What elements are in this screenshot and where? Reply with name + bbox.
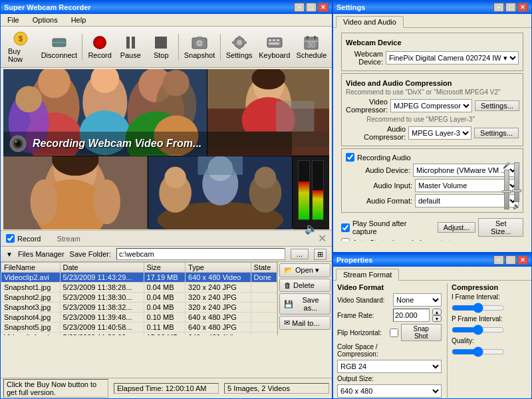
maximize-button[interactable]: □ (306, 3, 317, 12)
flip-h-group: Flip Horizontal: Snap Shot (337, 324, 442, 341)
delete-button[interactable]: 🗑 Delete (279, 279, 331, 292)
properties-tab-bar: Stream Format (333, 267, 531, 281)
settings-button[interactable]: Settings (223, 33, 255, 61)
open-button[interactable]: 📂 Open ▾ (279, 263, 331, 277)
properties-title-buttons: − □ ✕ (493, 255, 528, 265)
play-sound-checkbox[interactable] (341, 223, 350, 232)
slider-track-2 (514, 162, 519, 202)
properties-maximize[interactable]: □ (505, 255, 516, 265)
snap-shot-btn[interactable]: Snap Shot (401, 324, 442, 341)
table-row[interactable]: Snapshot4.jpg5/23/2009 11:39:48...0.10 M… (1, 313, 277, 323)
table-row[interactable]: Snapshot2.jpg5/23/2009 11:38:30...0.04 M… (1, 293, 277, 303)
recording-text: Recording Webcam Video From... (33, 138, 201, 150)
record-button[interactable]: Record (85, 33, 114, 61)
recording-audio-section: Recording Audio Audio Device: Microphone… (341, 148, 523, 213)
keyboard-button[interactable]: Keyboard (257, 33, 293, 61)
stop-button[interactable]: Stop (146, 33, 176, 61)
slider-thumb-2[interactable] (512, 190, 521, 192)
menu-help[interactable]: Help (67, 15, 90, 25)
properties-close[interactable]: ✕ (517, 255, 528, 265)
output-size-select[interactable]: 640 x 480 (337, 384, 442, 398)
schedule-button[interactable]: 30 Schedule (294, 33, 329, 61)
table-row[interactable]: Videoclip1.avi5/23/2009 11:39:02...15.96… (1, 332, 277, 336)
vu-meter-panel: 🔈 (293, 156, 329, 229)
frame-rate-up[interactable]: ▲ (432, 309, 442, 315)
cell-state (251, 313, 277, 323)
save-as-button[interactable]: 💾 Save as... (279, 293, 331, 315)
snapshot-button[interactable]: Snapshot (182, 33, 217, 61)
settings-content: Webcam Device Webcam Device: FinePix Dig… (333, 28, 531, 241)
frame-rate-down[interactable]: ▼ (432, 315, 442, 322)
status-bar: Click the Buy Now button to get full ver… (1, 378, 332, 398)
cell-name: Snapshot1.jpg (1, 283, 61, 293)
svg-point-61 (254, 167, 275, 188)
mail-to-button[interactable]: ✉ Mail to... (279, 316, 331, 330)
menu-file[interactable]: File (3, 15, 23, 25)
menu-options[interactable]: Options (29, 15, 62, 25)
tab-stream-format[interactable]: Stream Format (336, 269, 399, 281)
svg-rect-13 (244, 41, 247, 44)
webcam-device-group: Webcam Device: FinePix Digital Camera 02… (346, 50, 519, 66)
video-compressor-select[interactable]: MJPEG Compressor (390, 99, 472, 112)
compression-section-title: Video and Audio Compression (346, 76, 519, 88)
slider-thumb-1[interactable] (502, 190, 511, 193)
iframe-group: I Frame Interval: (452, 293, 527, 301)
browse-button[interactable]: ... (291, 249, 309, 259)
close-record-icon[interactable]: ✕ (318, 232, 327, 245)
close-button[interactable]: ✕ (318, 3, 329, 12)
color-space-select[interactable]: RGB 24 (337, 360, 442, 373)
main-window-title: Super Webcam Recorder (4, 3, 91, 11)
set-size-btn[interactable]: Set Size... (478, 218, 523, 237)
settings-maximize[interactable]: □ (505, 3, 516, 12)
cell-size: 15.96 MB (144, 332, 186, 336)
pause-label: Pause (120, 51, 141, 59)
table-row[interactable]: Snapshot1.jpg5/23/2009 11:38:28...0.04 M… (1, 283, 277, 293)
auto-start-checkbox[interactable] (341, 238, 350, 241)
tab-video-audio[interactable]: Video and Audio (336, 16, 404, 28)
svg-rect-10 (238, 36, 241, 39)
webcam-device-select[interactable]: FinePix Digital Camera 020724 IW ▾ (386, 51, 519, 65)
auto-start-row: Auto Start when windows startup (341, 238, 523, 241)
minimize-button[interactable]: − (294, 3, 305, 12)
disconnect-button[interactable]: Disconnect (39, 33, 79, 61)
quality-slider[interactable] (452, 346, 505, 357)
quality-label: Quality: (452, 337, 474, 344)
color-space-select-group: RGB 24 (337, 360, 442, 373)
toggle-arrow[interactable]: ▼ (6, 251, 13, 258)
recording-audio-checkbox-row: Recording Audio (346, 153, 519, 162)
frame-rate-input[interactable] (393, 309, 430, 322)
record-checkbox-label: Record (17, 235, 41, 243)
stop-icon (153, 35, 169, 51)
audio-compressor-select[interactable]: MPEG Layer-3 (408, 126, 471, 140)
settings-minimize[interactable]: − (493, 3, 504, 12)
adjust-btn[interactable]: Adjust... (438, 222, 476, 233)
flip-h-checkbox[interactable] (390, 329, 398, 337)
buy-now-button[interactable]: $ Buy Now (3, 29, 38, 65)
record-checkbox[interactable] (6, 234, 15, 243)
grid-view-button[interactable]: ⊞ (314, 249, 327, 260)
video-settings-btn[interactable]: Settings... (475, 100, 519, 111)
table-row[interactable]: Snapshot5.jpg5/23/2009 11:40:58...0.11 M… (1, 323, 277, 332)
properties-window-title: Properties (336, 256, 372, 264)
audio-input-group: Audio Input: Master Volume (346, 179, 519, 192)
properties-minimize[interactable]: − (493, 255, 504, 265)
pframe-slider[interactable] (452, 325, 505, 335)
audio-settings-btn[interactable]: Settings... (474, 128, 519, 138)
vu-fill-left (299, 182, 309, 219)
open-label: Open ▾ (295, 266, 319, 275)
cell-date: 5/23/2009 11:38:30... (60, 293, 144, 303)
properties-title-bar: Properties − □ ✕ (333, 253, 531, 267)
video-standard-select[interactable]: None (393, 293, 442, 307)
settings-close[interactable]: ✕ (517, 3, 528, 12)
pause-button[interactable]: Pause (116, 33, 145, 61)
main-window: Super Webcam Recorder − □ ✕ File Options… (0, 0, 332, 399)
svg-rect-62 (198, 156, 243, 175)
schedule-icon: 30 (303, 35, 319, 51)
table-row[interactable]: Snapshot3.jpg5/23/2009 11:38:32...0.04 M… (1, 303, 277, 313)
iframe-slider[interactable] (452, 303, 505, 313)
record-row: Record Stream ✕ (1, 230, 332, 246)
table-row[interactable]: Videoclip2.avi5/23/2009 11:43:29...17.19… (1, 273, 277, 283)
recording-audio-checkbox[interactable] (346, 153, 354, 162)
files-scroll[interactable]: FileName Date Size Type State Videoclip2… (1, 262, 277, 335)
save-folder-input[interactable] (116, 248, 285, 260)
